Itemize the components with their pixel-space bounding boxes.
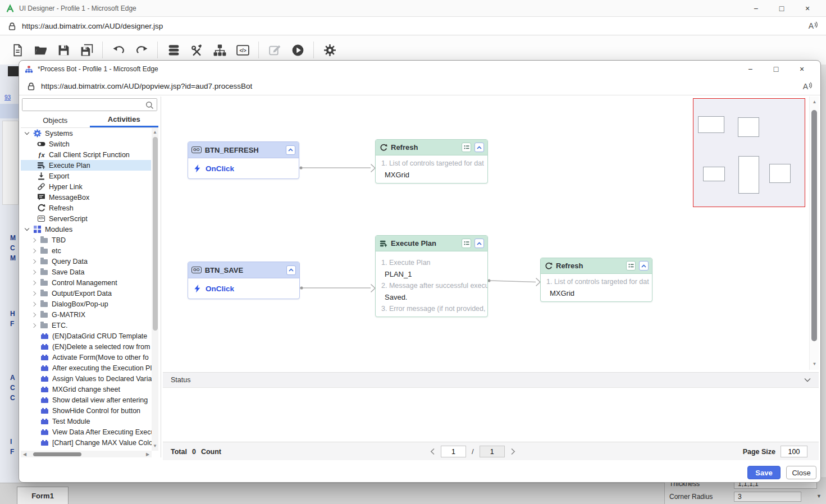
event-onclick[interactable]: OnClick [188, 278, 299, 299]
save-icon[interactable] [56, 43, 71, 57]
properties-button[interactable] [462, 143, 471, 152]
field-value[interactable]: MXGrid [541, 287, 652, 299]
open-folder-icon[interactable] [33, 43, 48, 57]
scroll-down-icon[interactable]: ▼ [810, 361, 819, 368]
scrollbar-thumb[interactable] [153, 137, 158, 331]
tree-module-item[interactable]: Activate Form(Move to other fo [21, 352, 151, 363]
field-value[interactable]: MXGrid [376, 169, 487, 181]
tree-folder-output-export-data[interactable]: Output/Export Data [21, 288, 151, 299]
total-pages-input[interactable] [480, 446, 505, 457]
collapse-button[interactable] [474, 143, 484, 152]
redo-icon[interactable] [134, 43, 149, 57]
tree-item-switch[interactable]: Switch [21, 139, 151, 149]
canvas-vertical-scrollbar[interactable]: ▲ ▼ [809, 97, 819, 370]
field-value[interactable]: PLAN_1 [376, 268, 487, 280]
popup-minimize-button[interactable]: − [737, 61, 763, 77]
tree-folder-g-matrix[interactable]: G-MATRIX [21, 309, 151, 320]
browser-urlbar[interactable]: https://aud.bimatrix.com/AUD/designer.js… [0, 17, 826, 35]
tree-module-item[interactable]: MXGrid change sheet [21, 384, 151, 395]
scroll-up-icon[interactable]: ▲ [152, 129, 158, 136]
scrollbar-thumb[interactable] [811, 110, 817, 341]
read-aloud-icon[interactable]: A [809, 21, 818, 30]
tree-module-item[interactable]: Show detail view after entering [21, 395, 151, 405]
tree-folder-save-data[interactable]: Save Data [21, 267, 151, 277]
node-header[interactable]: GO BTN_REFRESH [188, 142, 299, 158]
property-value[interactable]: 3 [734, 492, 801, 502]
node-btn-refresh[interactable]: GO BTN_REFRESH OnClick [188, 141, 299, 179]
scroll-up-icon[interactable]: ▲ [810, 99, 819, 106]
scrollbar-thumb[interactable] [33, 452, 81, 456]
properties-button[interactable] [626, 261, 636, 271]
status-collapse-icon[interactable] [804, 378, 811, 382]
collapse-button[interactable] [286, 265, 296, 275]
prev-page-button[interactable] [430, 448, 435, 455]
tree-item-hyper-link[interactable]: Hyper Link [21, 181, 151, 192]
flow-canvas[interactable]: GO BTN_REFRESH OnClick Refresh [162, 97, 819, 370]
node-header[interactable]: Execute Plan [376, 236, 487, 251]
tree-item-messagebox[interactable]: MessageBox [21, 192, 151, 203]
node-refresh-2[interactable]: Refresh 1. List of controls targeted for… [540, 258, 652, 302]
tools-icon[interactable] [189, 43, 204, 57]
tree-folder-dialogbox-popup[interactable]: DialogBox/Pop-up [21, 299, 151, 309]
play-icon[interactable] [290, 43, 305, 57]
node-header[interactable]: Refresh [376, 140, 487, 155]
properties-button[interactable] [462, 239, 471, 248]
tree-folder-control-management[interactable]: Control Management [21, 277, 151, 288]
tree-node-modules[interactable]: Modules [21, 224, 151, 235]
tree-module-item[interactable]: ShowHide Control for button [21, 405, 151, 416]
tree-item-call-client-script-function[interactable]: ƒx Call Client Script Function [21, 149, 151, 160]
scroll-down-icon[interactable]: ▼ [152, 443, 158, 450]
sidebar-search[interactable] [22, 98, 157, 111]
tree-item-execute-plan[interactable]: Execute Plan [21, 160, 151, 171]
next-page-button[interactable] [510, 448, 515, 455]
tree-module-item[interactable]: (EN)DataGrid CRUD Template [21, 331, 151, 341]
popup-maximize-button[interactable]: □ [763, 61, 789, 77]
edit-icon[interactable] [267, 43, 282, 57]
new-file-icon[interactable] [10, 43, 25, 57]
tree-folder-tbd[interactable]: TBD [21, 235, 151, 245]
tree-item-serverscript[interactable]: </> ServerScript [21, 213, 151, 224]
database-icon[interactable] [166, 43, 181, 57]
page-size-input[interactable] [781, 446, 807, 457]
tree-module-item[interactable]: After executing the Execution Pl [21, 363, 151, 373]
read-aloud-icon[interactable]: A [803, 82, 813, 91]
search-input[interactable] [22, 99, 157, 111]
undo-icon[interactable] [111, 43, 126, 57]
tree-item-refresh[interactable]: Refresh [21, 203, 151, 213]
field-value[interactable]: Saved. [376, 291, 487, 303]
scroll-right-icon[interactable]: ▶ [144, 452, 152, 457]
tree-item-export[interactable]: Export [21, 171, 151, 181]
node-refresh-1[interactable]: Refresh 1. List of controls targeted for… [375, 139, 488, 184]
maximize-button[interactable]: □ [769, 1, 795, 16]
dropdown-arrow-icon[interactable]: ▼ [816, 493, 822, 499]
node-execute-plan[interactable]: Execute Plan 1. Execute Plan PLAN_1 2. M… [375, 235, 488, 317]
tree-node-systems[interactable]: Systems [21, 128, 151, 139]
tree-module-item[interactable]: View Data After Executing Execu [21, 427, 151, 437]
sitemap-icon[interactable] [212, 43, 227, 57]
popup-close-button[interactable]: × [789, 61, 815, 77]
tab-form1[interactable]: Form1 [17, 487, 69, 504]
tree-horizontal-scrollbar[interactable]: ◀ ▶ [21, 451, 152, 457]
tree-module-item[interactable]: Assign Values to Declared Varial [21, 373, 151, 384]
tree-folder-etc[interactable]: etc [21, 245, 151, 256]
save-all-icon[interactable] [79, 43, 94, 57]
node-header[interactable]: Refresh [541, 258, 652, 274]
collapse-button[interactable] [474, 239, 484, 248]
tree-module-item[interactable]: [Chart] Change MAX Value Colo [21, 437, 151, 448]
close-button[interactable]: × [795, 1, 820, 16]
tree-folder-etc2[interactable]: ETC. [21, 320, 151, 331]
event-onclick[interactable]: OnClick [188, 158, 299, 178]
popup-urlbar[interactable]: https://aud.bimatrix.com/AUD/popview.jsp… [19, 77, 820, 95]
node-btn-save[interactable]: GO BTN_SAVE OnClick [188, 262, 300, 299]
collapse-button[interactable] [286, 145, 295, 155]
minimize-button[interactable]: − [743, 1, 769, 16]
tree-vertical-scrollbar[interactable]: ▲ ▼ [152, 128, 158, 451]
scroll-left-icon[interactable]: ◀ [21, 452, 29, 457]
tree-module-item[interactable]: (EN)Delete a selected row from [21, 341, 151, 352]
settings-gear-icon[interactable] [322, 43, 337, 57]
tree-folder-query-data[interactable]: Query Data [21, 256, 151, 267]
tab-objects[interactable]: Objects [21, 113, 90, 127]
tree-module-item[interactable]: Test Module [21, 416, 151, 427]
close-button[interactable]: Close [786, 466, 816, 479]
code-icon[interactable]: </> [235, 43, 250, 57]
